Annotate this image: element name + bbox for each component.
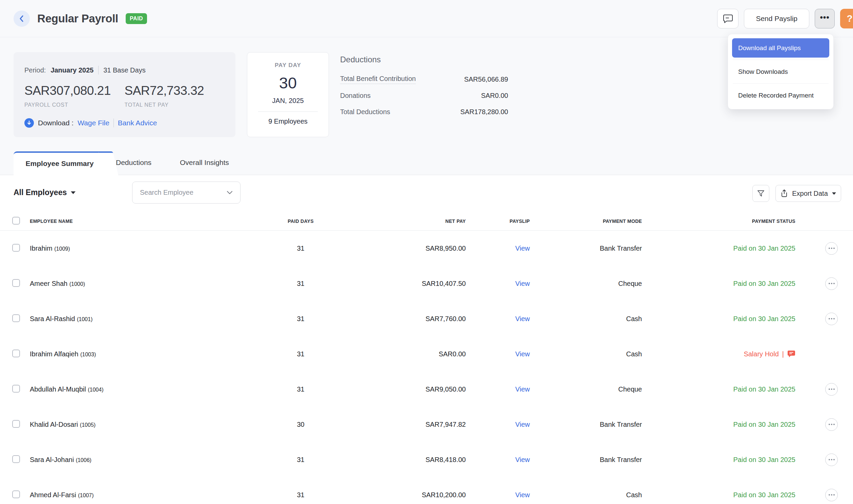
payment-status-cell: Paid on 30 Jan 2025 | xyxy=(642,456,795,464)
employee-summary-panel: All Employees Search Employee Export Dat… xyxy=(0,175,853,504)
paid-days-cell: 31 xyxy=(274,385,327,393)
search-employee-select[interactable]: Search Employee xyxy=(132,182,240,203)
row-checkbox[interactable] xyxy=(12,244,20,252)
menu-item-label: Download all Payslips xyxy=(738,44,801,52)
row-checkbox[interactable] xyxy=(12,349,20,357)
paid-days-cell: 31 xyxy=(274,491,327,499)
row-actions-button[interactable] xyxy=(825,313,838,325)
paid-days-cell: 30 xyxy=(274,421,327,429)
payslip-view-link[interactable]: View xyxy=(515,315,530,322)
employee-name: Sara Al-Johani xyxy=(30,456,74,463)
help-button[interactable]: ? xyxy=(840,9,853,29)
employee-name-cell: Ibrahim (1009) xyxy=(30,245,274,252)
paid-days-cell: 31 xyxy=(274,280,327,288)
net-pay-cell: SAR8,950.00 xyxy=(327,245,466,252)
menu-separator xyxy=(733,83,829,84)
employee-id: (1005) xyxy=(80,422,95,428)
employee-id: (1001) xyxy=(77,316,92,322)
row-actions-button[interactable] xyxy=(825,383,838,396)
period-label: Period: xyxy=(24,66,46,74)
payment-status-text: Paid on 30 Jan 2025 xyxy=(733,456,796,464)
payslip-view-link[interactable]: View xyxy=(515,350,530,358)
table-row: Khalid Al-Dosari (1005) 30 SAR7,947.82 V… xyxy=(0,407,853,442)
payment-mode-cell: Cash xyxy=(530,491,642,499)
download-label: Download : xyxy=(38,119,73,127)
row-checkbox[interactable] xyxy=(12,420,20,428)
payment-mode-cell: Cash xyxy=(530,350,642,358)
payment-status-text: Paid on 30 Jan 2025 xyxy=(733,491,796,499)
employee-id: (1003) xyxy=(80,352,96,357)
deduction-value: SAR0.00 xyxy=(481,92,508,100)
payslip-view-link[interactable]: View xyxy=(515,456,530,463)
deductions-summary: Deductions Total Benefit Contribution SA… xyxy=(340,55,508,120)
total-net-pay-value: SAR72,733.32 xyxy=(125,84,225,98)
payment-mode-cell: Bank Transfer xyxy=(530,421,642,429)
divider xyxy=(258,111,318,112)
tab-deductions[interactable]: Deductions xyxy=(116,150,151,175)
paid-days-cell: 31 xyxy=(274,456,327,464)
row-actions-button[interactable] xyxy=(825,242,838,255)
net-pay-cell: SAR9,050.00 xyxy=(327,385,466,393)
menu-separator xyxy=(733,60,829,60)
row-checkbox[interactable] xyxy=(12,385,20,393)
employee-id: (1000) xyxy=(70,281,85,287)
row-checkbox[interactable] xyxy=(12,279,20,287)
payment-status-text: Paid on 30 Jan 2025 xyxy=(733,421,796,429)
deduction-label[interactable]: Total Deductions xyxy=(340,108,390,116)
row-checkbox[interactable] xyxy=(12,455,20,463)
row-actions-button[interactable] xyxy=(825,489,838,501)
payment-status-cell: Salary Hold | xyxy=(642,350,795,358)
payment-mode-cell: Cheque xyxy=(530,280,642,288)
payroll-summary-section: Period: January 2025 31 Base Days SAR307… xyxy=(0,37,853,151)
send-payslip-button[interactable]: Send Payslip xyxy=(744,9,809,29)
menu-item-download-all-payslips[interactable]: Download all Payslips xyxy=(732,38,829,58)
payslip-view-link[interactable]: View xyxy=(515,421,530,428)
row-actions-button[interactable] xyxy=(825,277,838,290)
employee-name: Ibrahim Alfaqieh xyxy=(30,350,78,358)
deduction-row: Total Benefit Contribution SAR56,066.89 xyxy=(340,71,508,87)
tab-overall-insights[interactable]: Overall Insights xyxy=(180,150,229,175)
row-checkbox[interactable] xyxy=(12,314,20,322)
table-header: EMPLOYEE NAME PAID DAYS NET PAY PAYSLIP … xyxy=(0,212,853,231)
bank-advice-link[interactable]: Bank Advice xyxy=(118,119,157,127)
comment-icon xyxy=(723,14,733,23)
comments-button[interactable] xyxy=(717,9,739,29)
select-all-checkbox[interactable] xyxy=(12,217,20,224)
paid-days-cell: 31 xyxy=(274,350,327,358)
menu-item-label: Show Downloads xyxy=(738,68,788,75)
salary-hold-comment-icon[interactable] xyxy=(787,350,795,358)
back-button[interactable] xyxy=(14,11,30,27)
page-header: Regular Payroll PAID Send Payslip ••• ? xyxy=(0,0,853,37)
employee-filter-label: All Employees xyxy=(14,188,67,197)
payslip-view-link[interactable]: View xyxy=(515,280,530,287)
employee-name-cell: Abdullah Al-Muqbil (1004) xyxy=(30,385,274,393)
col-net-pay: NET PAY xyxy=(327,218,466,224)
payslip-view-link[interactable]: View xyxy=(515,245,530,252)
period-value: January 2025 xyxy=(51,66,93,74)
payslip-view-link[interactable]: View xyxy=(515,385,530,393)
row-actions-button[interactable] xyxy=(825,453,838,466)
payslip-view-link[interactable]: View xyxy=(515,491,530,499)
row-checkbox[interactable] xyxy=(12,490,20,498)
more-actions-button[interactable]: ••• xyxy=(815,9,835,29)
employee-name: Sara Al-Rashid xyxy=(30,315,75,322)
deduction-label[interactable]: Donations xyxy=(340,92,370,100)
filter-button[interactable] xyxy=(752,185,769,202)
deductions-rows: Total Benefit Contribution SAR56,066.89 … xyxy=(340,71,508,120)
deduction-label[interactable]: Total Benefit Contribution xyxy=(340,75,416,84)
employee-name: Ibrahim xyxy=(30,245,53,252)
divider xyxy=(98,66,98,74)
export-data-button[interactable]: Export Data xyxy=(776,185,841,202)
row-actions-button[interactable] xyxy=(825,418,838,431)
export-icon xyxy=(781,189,788,197)
menu-item-delete-recorded-payment[interactable]: Delete Recorded Payment xyxy=(732,86,829,105)
payment-status-cell: Paid on 30 Jan 2025 | xyxy=(642,245,795,252)
tab-employee-summary[interactable]: Employee Summary xyxy=(14,151,106,175)
deduction-row: Donations SAR0.00 xyxy=(340,87,508,104)
wage-file-link[interactable]: Wage File xyxy=(77,119,109,127)
deduction-value: SAR56,066.89 xyxy=(464,75,508,83)
employee-filter-dropdown[interactable]: All Employees xyxy=(14,188,75,197)
net-pay-cell: SAR7,947.82 xyxy=(327,421,466,429)
menu-item-show-downloads[interactable]: Show Downloads xyxy=(732,62,829,81)
export-data-label: Export Data xyxy=(792,190,828,197)
